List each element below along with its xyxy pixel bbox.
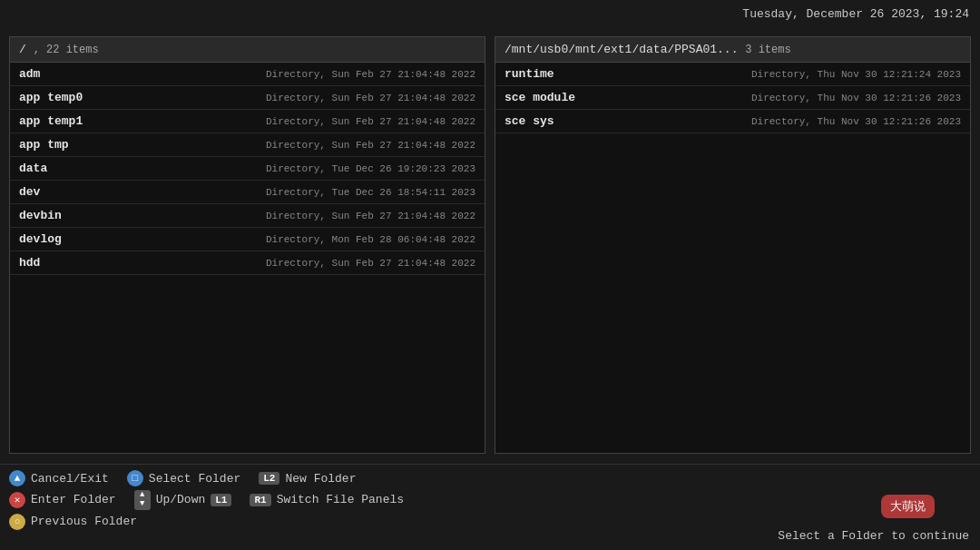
triangle-icon: ▲	[9, 470, 25, 486]
file-meta: Directory, Thu Nov 30 12:21:26 2023	[751, 93, 961, 103]
file-meta: Directory, Sun Feb 27 21:04:48 2022	[266, 93, 475, 103]
list-item[interactable]: sce module Directory, Thu Nov 30 12:21:2…	[495, 86, 970, 110]
list-item[interactable]: dev Directory, Tue Dec 26 18:54:11 2023	[10, 181, 485, 204]
square-icon: □	[127, 470, 143, 486]
file-meta: Directory, Tue Dec 26 19:20:23 2023	[266, 163, 475, 174]
list-item[interactable]: app temp0 Directory, Sun Feb 27 21:04:48…	[10, 86, 485, 110]
panels-container: / , 22 items adm Directory, Sun Feb 27 2…	[0, 0, 980, 463]
file-name: sce sys	[505, 114, 554, 128]
hint-switch-label: Switch File Panels	[277, 493, 404, 506]
hint-select-label: Select Folder	[149, 472, 240, 486]
hint-prev: ○ Previous Folder	[9, 514, 137, 530]
file-name: devbin	[19, 209, 62, 222]
file-name: data	[19, 162, 47, 175]
l2-button: L2	[259, 472, 279, 485]
hint-enter-label: Enter Folder	[31, 493, 116, 506]
cross-icon: ✕	[9, 492, 25, 508]
select-continue-text: Select a Folder to continue	[778, 529, 969, 543]
list-item[interactable]: adm Directory, Sun Feb 27 21:04:48 2022	[10, 63, 485, 86]
file-name: app tmp	[19, 138, 69, 152]
file-name: hdd	[19, 256, 40, 270]
hint-switch: R1 Switch File Panels	[250, 493, 404, 506]
bottom-row-2: ✕ Enter Folder ▲▼ Up/Down L1 R1 Switch F…	[9, 490, 971, 510]
hint-updown: ▲▼ Up/Down L1	[134, 490, 232, 510]
file-meta: Directory, Sun Feb 27 21:04:48 2022	[266, 69, 475, 80]
right-panel-count: 3 items	[745, 44, 790, 56]
left-file-list[interactable]: adm Directory, Sun Feb 27 21:04:48 2022 …	[10, 63, 485, 453]
l1-button: L1	[211, 494, 231, 506]
file-name: app temp0	[19, 91, 83, 104]
updown-icon: ▲▼	[134, 490, 151, 510]
file-name: app temp1	[19, 114, 83, 128]
hint-enter: ✕ Enter Folder	[9, 492, 116, 508]
right-panel-header: /mnt/usb0/mnt/ext1/data/PPSA01... 3 item…	[495, 37, 970, 63]
list-item[interactable]: devbin Directory, Sun Feb 27 21:04:48 20…	[10, 204, 485, 228]
hint-select: □ Select Folder	[127, 470, 240, 486]
left-panel: / , 22 items adm Directory, Sun Feb 27 2…	[9, 36, 485, 454]
right-panel: /mnt/usb0/mnt/ext1/data/PPSA01... 3 item…	[495, 36, 971, 454]
left-panel-header: / , 22 items	[10, 37, 485, 63]
file-meta: Directory, Thu Nov 30 12:21:24 2023	[751, 69, 961, 80]
list-item[interactable]: hdd Directory, Sun Feb 27 21:04:48 2022	[10, 251, 485, 275]
file-name: dev	[19, 185, 40, 199]
file-meta: Directory, Tue Dec 26 18:54:11 2023	[266, 187, 475, 198]
hint-prev-label: Previous Folder	[31, 515, 137, 528]
r1-button: R1	[250, 494, 270, 506]
file-meta: Directory, Mon Feb 28 06:04:48 2022	[266, 234, 475, 245]
file-name: adm	[19, 67, 40, 81]
file-meta: Directory, Sun Feb 27 21:04:48 2022	[266, 258, 475, 269]
bottom-row-1: ▲ Cancel/Exit □ Select Folder L2 New Fol…	[9, 470, 971, 486]
hint-updown-label: Up/Down	[156, 493, 206, 506]
circle-icon: ○	[9, 514, 25, 530]
bottom-row-3: ○ Previous Folder	[9, 514, 971, 530]
hint-new-folder: L2 New Folder	[259, 472, 356, 486]
list-item[interactable]: devlog Directory, Mon Feb 28 06:04:48 20…	[10, 228, 485, 251]
left-panel-title: /	[19, 43, 26, 56]
list-item[interactable]: data Directory, Tue Dec 26 19:20:23 2023	[10, 157, 485, 181]
list-item[interactable]: sce sys Directory, Thu Nov 30 12:21:26 2…	[495, 110, 970, 133]
file-meta: Directory, Sun Feb 27 21:04:48 2022	[266, 116, 475, 127]
left-panel-count: , 22 items	[34, 44, 99, 56]
hint-cancel-label: Cancel/Exit	[31, 472, 109, 486]
right-file-list[interactable]: runtime Directory, Thu Nov 30 12:21:24 2…	[495, 63, 970, 453]
file-meta: Directory, Sun Feb 27 21:04:48 2022	[266, 211, 475, 221]
right-panel-title: /mnt/usb0/mnt/ext1/data/PPSA01...	[505, 43, 738, 56]
datetime-display: Tuesday, December 26 2023, 19:24	[742, 7, 969, 21]
watermark: 大萌说	[881, 495, 935, 518]
file-name: sce module	[505, 91, 575, 104]
file-meta: Directory, Sun Feb 27 21:04:48 2022	[266, 140, 475, 151]
list-item[interactable]: app tmp Directory, Sun Feb 27 21:04:48 2…	[10, 133, 485, 157]
file-meta: Directory, Thu Nov 30 12:21:26 2023	[751, 116, 961, 127]
file-name: runtime	[505, 67, 554, 81]
list-item[interactable]: runtime Directory, Thu Nov 30 12:21:24 2…	[495, 63, 970, 86]
list-item[interactable]: app temp1 Directory, Sun Feb 27 21:04:48…	[10, 110, 485, 133]
hint-cancel: ▲ Cancel/Exit	[9, 470, 109, 486]
file-name: devlog	[19, 232, 62, 246]
hint-new-folder-label: New Folder	[285, 472, 356, 486]
